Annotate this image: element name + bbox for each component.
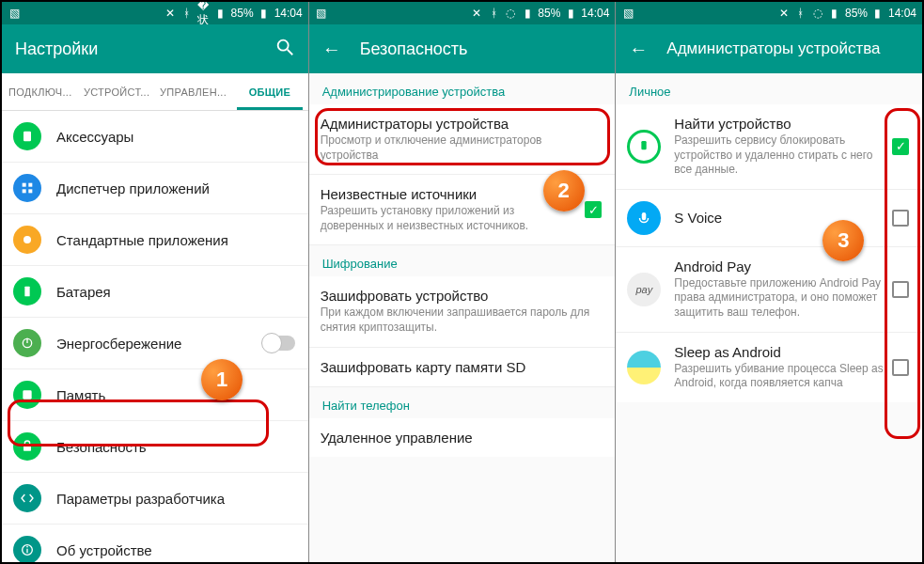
page-title: Настройки — [15, 39, 98, 59]
screen-settings: ▧ ✕ ᚼ �状 ▮ 85% ▮ 14:04 Настройки ПОДКЛЮЧ… — [2, 2, 309, 562]
svg-rect-6 — [28, 189, 32, 193]
info-icon — [13, 536, 41, 562]
row-about[interactable]: Об устройстве — [2, 525, 308, 562]
mute-icon: ✕ — [164, 7, 177, 20]
bluetooth-icon: ᚼ — [180, 7, 194, 20]
developer-icon — [13, 484, 41, 512]
bluetooth-icon: ᚼ — [487, 7, 500, 20]
find-device-icon — [627, 130, 661, 164]
row-battery[interactable]: Батарея — [2, 266, 308, 318]
row-developer[interactable]: Параметры разработчика — [2, 473, 308, 525]
svoice-icon — [627, 201, 661, 235]
wifi-icon: ◌ — [811, 7, 824, 20]
wifi-icon: �状 — [197, 7, 211, 20]
row-power-saving[interactable]: Энергосбережение — [2, 318, 308, 369]
app-bar: ← Администраторы устройства — [616, 24, 922, 73]
default-apps-icon — [13, 226, 41, 254]
apps-icon — [13, 174, 41, 202]
mute-icon: ✕ — [470, 7, 483, 20]
sleep-checkbox[interactable] — [892, 359, 909, 376]
row-storage[interactable]: Память — [2, 369, 308, 421]
row-unknown-sources[interactable]: Неизвестные источники Разрешить установк… — [309, 175, 616, 245]
row-default-apps[interactable]: Стандартные приложения — [2, 214, 308, 266]
tab-connections[interactable]: ПОДКЛЮЧ... — [2, 73, 78, 110]
wifi-icon: ◌ — [504, 7, 517, 20]
clock: 14:04 — [274, 7, 303, 20]
section-admin: Администрирование устройства — [309, 73, 616, 104]
admin-sleep[interactable]: Sleep as Android Разрешить убивание проц… — [616, 333, 922, 402]
admin-find-device[interactable]: Найти устройство Разрешить сервису блоки… — [616, 104, 922, 190]
row-device-admins[interactable]: Администраторы устройства Просмотр и отк… — [309, 104, 616, 175]
app-bar: Настройки — [2, 24, 308, 73]
find-device-checkbox[interactable]: ✓ — [892, 138, 909, 155]
screenshot-icon: ▧ — [621, 7, 634, 20]
admins-list[interactable]: Личное Найти устройство Разрешить сервис… — [616, 73, 922, 562]
tab-device[interactable]: УСТРОЙСТ... — [78, 73, 154, 110]
android-pay-icon: pay — [627, 273, 661, 306]
status-bar: ▧ ✕ ᚼ �状 ▮ 85% ▮ 14:04 — [2, 2, 308, 24]
admin-svoice[interactable]: S Voice — [616, 190, 922, 247]
status-bar: ▧ ✕ ᚼ ◌ ▮ 85% ▮ 14:04 — [309, 2, 616, 24]
screen-security: ▧ ✕ ᚼ ◌ ▮ 85% ▮ 14:04 ← Безопасность Адм… — [309, 2, 617, 562]
back-icon[interactable]: ← — [629, 39, 648, 60]
storage-icon — [13, 381, 41, 409]
svg-point-0 — [277, 39, 288, 50]
accessories-icon — [13, 122, 41, 150]
svg-rect-4 — [28, 183, 32, 187]
section-encryption: Шифрование — [309, 245, 616, 276]
row-remote-control[interactable]: Удаленное управление — [309, 418, 616, 457]
battery-icon: ▮ — [564, 7, 577, 20]
admin-android-pay[interactable]: pay Android Pay Предоставьте приложению … — [616, 247, 922, 333]
app-bar: ← Безопасность — [309, 24, 616, 73]
settings-list[interactable]: Аксессуары Диспетчер приложений Стандарт… — [2, 111, 308, 562]
page-title: Безопасность — [360, 39, 468, 59]
signal-icon: ▮ — [214, 7, 227, 20]
row-encrypt-sd[interactable]: Зашифровать карту памяти SD — [309, 348, 616, 387]
lock-icon — [13, 432, 41, 461]
section-find-phone: Найти телефон — [309, 387, 616, 418]
clock: 14:04 — [888, 7, 916, 20]
unknown-sources-checkbox[interactable]: ✓ — [585, 201, 602, 218]
row-accessories[interactable]: Аксессуары — [2, 111, 308, 163]
tab-manage[interactable]: УПРАВЛЕН... — [155, 73, 231, 110]
svg-point-7 — [23, 236, 31, 243]
battery-icon: ▮ — [871, 7, 885, 20]
svg-point-15 — [26, 546, 28, 548]
battery-text: 85% — [538, 7, 560, 20]
svg-rect-11 — [23, 390, 31, 399]
signal-icon: ▮ — [828, 7, 841, 20]
power-icon — [13, 329, 41, 357]
battery-text: 85% — [845, 7, 868, 20]
tab-general[interactable]: ОБЩИЕ — [231, 73, 307, 110]
back-icon[interactable]: ← — [322, 39, 341, 60]
row-app-manager[interactable]: Диспетчер приложений — [2, 163, 308, 214]
svg-rect-5 — [23, 189, 26, 193]
screen-device-admins: ▧ ✕ ᚼ ◌ ▮ 85% ▮ 14:04 ← Администраторы у… — [616, 2, 922, 562]
tabs: ПОДКЛЮЧ... УСТРОЙСТ... УПРАВЛЕН... ОБЩИЕ — [2, 73, 308, 111]
screenshot-icon: ▧ — [315, 7, 328, 20]
power-saving-toggle[interactable] — [263, 336, 295, 351]
screenshot-icon: ▧ — [8, 7, 21, 20]
battery-text: 85% — [231, 7, 254, 20]
battery-icon: ▮ — [258, 7, 271, 20]
battery-setting-icon — [13, 277, 41, 306]
svg-rect-8 — [24, 287, 29, 297]
svg-rect-12 — [23, 446, 31, 451]
clock: 14:04 — [581, 7, 609, 20]
svg-line-1 — [287, 49, 292, 55]
row-encrypt-device[interactable]: Зашифровать устройство При каждом включе… — [309, 276, 616, 347]
svg-rect-17 — [642, 212, 647, 220]
security-list[interactable]: Администрирование устройства Администрат… — [309, 73, 616, 562]
search-icon[interactable] — [274, 37, 295, 62]
android-pay-checkbox[interactable] — [892, 281, 909, 298]
mute-icon: ✕ — [777, 7, 791, 20]
svg-rect-3 — [23, 183, 26, 187]
signal-icon: ▮ — [521, 7, 534, 20]
sleep-as-android-icon — [627, 351, 661, 384]
row-security[interactable]: Безопасность — [2, 421, 308, 473]
svg-rect-16 — [642, 141, 647, 149]
status-bar: ▧ ✕ ᚼ ◌ ▮ 85% ▮ 14:04 — [616, 2, 922, 24]
svoice-checkbox[interactable] — [892, 210, 909, 227]
page-title: Администраторы устройства — [666, 39, 880, 58]
bluetooth-icon: ᚼ — [794, 7, 807, 20]
